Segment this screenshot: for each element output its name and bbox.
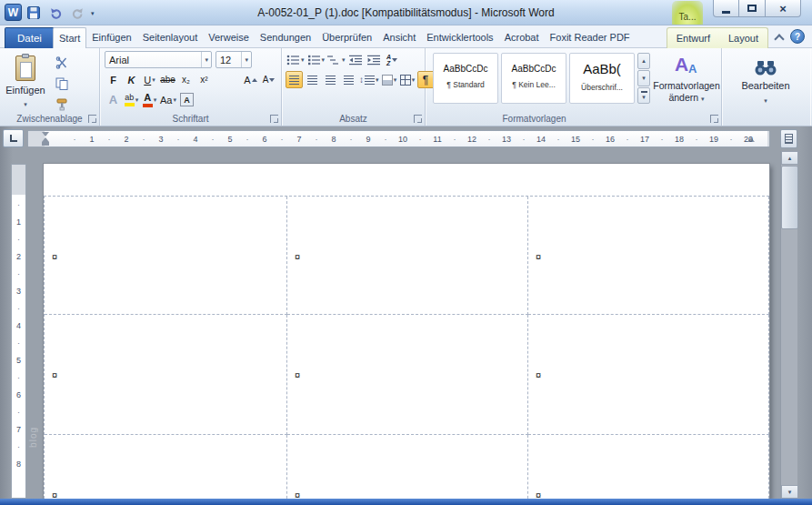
paste-button[interactable]: Einfügen ▾: [4, 50, 47, 112]
shrink-font-button[interactable]: A: [260, 71, 277, 88]
align-right-button[interactable]: [322, 71, 339, 88]
tab-selector-button[interactable]: [3, 129, 24, 147]
sort-arrow-icon: [392, 58, 397, 62]
bold-button[interactable]: F: [105, 71, 122, 88]
table-cell-r3c3[interactable]: ¤: [528, 435, 769, 499]
align-center-button[interactable]: [304, 71, 321, 88]
help-button[interactable]: ?: [790, 29, 805, 44]
watermark-text: blog: [28, 427, 38, 448]
tab-verweise[interactable]: Verweise: [203, 27, 255, 48]
scroll-down-button[interactable]: ▾: [781, 485, 798, 499]
table-cell-r1c2[interactable]: ¤: [287, 197, 528, 315]
change-styles-button[interactable]: AA Formatvorlagen ändern ▾: [655, 51, 718, 116]
table-cell-r2c2[interactable]: ¤: [287, 315, 528, 435]
editing-button[interactable]: Bearbeiten ▾: [730, 52, 801, 117]
subscript-button[interactable]: x₂: [177, 71, 195, 88]
align-left-icon: [289, 76, 299, 85]
justify-button[interactable]: [340, 71, 357, 88]
clipboard-dialog-launcher-icon[interactable]: [88, 115, 96, 123]
align-center-icon: [307, 76, 317, 85]
highlight-color-bar: [125, 103, 135, 106]
character-border-button[interactable]: A: [178, 91, 195, 108]
table-cell-r1c1[interactable]: ¤: [45, 197, 287, 315]
scrollbar-thumb[interactable]: [781, 166, 798, 229]
minimize-button[interactable]: [713, 0, 739, 17]
ruler-top-margin: [12, 165, 25, 195]
left-indent-marker[interactable]: [42, 142, 49, 146]
bullets-button[interactable]: ▾: [286, 51, 306, 68]
strikethrough-button[interactable]: abe: [159, 71, 176, 88]
maximize-button[interactable]: [739, 0, 766, 17]
line-spacing-button[interactable]: ↕ ▾: [358, 71, 380, 88]
decrease-indent-button[interactable]: [347, 51, 365, 68]
change-case-button[interactable]: Aa ▾: [159, 91, 177, 108]
numbering-button[interactable]: ▾: [306, 51, 326, 68]
format-painter-button[interactable]: [53, 96, 70, 113]
table-cell-r3c2[interactable]: ¤: [287, 435, 528, 499]
cut-button[interactable]: [53, 54, 70, 71]
vertical-scrollbar[interactable]: ▴ ▾: [780, 151, 797, 499]
v-ruler[interactable]: ·1·2·3·4·5·6·7·8: [11, 164, 26, 499]
table-cell-r1c3[interactable]: ¤: [528, 197, 769, 315]
italic-button[interactable]: K: [123, 71, 140, 88]
font-color-button[interactable]: A ▾: [141, 91, 158, 108]
styles-dialog-launcher-icon[interactable]: [710, 115, 718, 123]
tab-berpr-fen[interactable]: Überprüfen: [316, 27, 377, 48]
tab-sendungen[interactable]: Sendungen: [255, 27, 316, 48]
tab-entwicklertools[interactable]: Entwicklertools: [421, 27, 498, 48]
scroll-up-button[interactable]: ▴: [781, 151, 798, 165]
minimize-ribbon-chevron-icon[interactable]: [774, 33, 785, 42]
font-size-combo[interactable]: 12 ▾: [216, 51, 252, 68]
first-line-indent-marker[interactable]: [42, 132, 49, 136]
style-item-kein-lee[interactable]: AaBbCcDc¶ Kein Lee...: [501, 53, 566, 104]
tab-einf-gen[interactable]: Einfügen: [86, 27, 136, 48]
more-bar-icon: [641, 91, 647, 93]
underline-button[interactable]: U ▾: [141, 71, 158, 88]
tab-foxit-reader-pdf[interactable]: Foxit Reader PDF: [545, 27, 636, 48]
group-label-font: Schriftart: [100, 114, 281, 124]
tab-datei[interactable]: Datei: [5, 27, 55, 48]
tab-seitenlayout[interactable]: Seitenlayout: [137, 27, 204, 48]
tab-acrobat[interactable]: Acrobat: [499, 27, 545, 48]
bullet-list-icon: [286, 55, 300, 66]
tab-layout[interactable]: Layout: [719, 28, 767, 49]
document-page[interactable]: ¤¤¤¤¤¤¤¤¤: [44, 164, 769, 499]
table-cell-r3c1[interactable]: ¤: [45, 435, 287, 499]
tab-start[interactable]: Start: [53, 27, 86, 49]
align-left-button[interactable]: [286, 71, 303, 88]
style-item-standard[interactable]: AaBbCcDc¶ Standard: [433, 53, 498, 104]
grow-font-button[interactable]: A: [242, 71, 259, 88]
style-item-berschrif[interactable]: AaBb(Überschrif...: [569, 53, 635, 104]
styles-gallery-more-button[interactable]: ▾: [637, 87, 650, 104]
tab-entwurf[interactable]: Entwurf: [667, 28, 719, 49]
multilevel-list-button[interactable]: ▾: [326, 51, 346, 68]
paragraph-dialog-launcher-icon[interactable]: [414, 115, 422, 123]
font-dialog-launcher-icon[interactable]: [270, 115, 278, 123]
view-ruler-toggle-button[interactable]: [780, 129, 797, 148]
close-button[interactable]: ×: [766, 0, 801, 17]
borders-button[interactable]: ▾: [399, 71, 416, 88]
shading-button[interactable]: ▾: [381, 71, 398, 88]
paste-dropdown-arrow: ▾: [24, 101, 27, 107]
styles-scroll-down-button[interactable]: ▾: [637, 70, 650, 86]
style-name: ¶ Standard: [446, 80, 484, 89]
copy-button[interactable]: [53, 75, 70, 92]
sort-button[interactable]: AZ: [384, 51, 401, 68]
tab-ansicht[interactable]: Ansicht: [377, 27, 421, 48]
font-family-combo[interactable]: Arial ▾: [105, 51, 212, 68]
increase-indent-button[interactable]: [366, 51, 383, 68]
line-spacing-dropdown-arrow: ▾: [376, 76, 379, 83]
end-of-cell-marker: ¤: [52, 490, 57, 499]
text-effects-button[interactable]: A: [105, 91, 122, 108]
taskbar-edge: [0, 499, 812, 505]
change-styles-dropdown-arrow: ▾: [701, 96, 705, 102]
table-cell-r2c1[interactable]: ¤: [45, 315, 287, 435]
multilevel-dropdown-arrow: ▾: [342, 56, 346, 63]
group-clipboard: Einfügen ▾: [0, 48, 100, 126]
style-gallery: AaBbCcDc¶ StandardAaBbCcDc¶ Kein Lee...A…: [433, 53, 635, 104]
highlight-button[interactable]: ab ▾: [123, 91, 140, 108]
styles-scroll-up-button[interactable]: ▴: [637, 53, 650, 69]
table-cell-r2c3[interactable]: ¤: [528, 315, 769, 435]
superscript-button[interactable]: x²: [195, 71, 213, 88]
h-ruler[interactable]: ·1·2·3·4·5·6·7·8·9·10·11·12·13·14·15·16·…: [27, 130, 770, 147]
